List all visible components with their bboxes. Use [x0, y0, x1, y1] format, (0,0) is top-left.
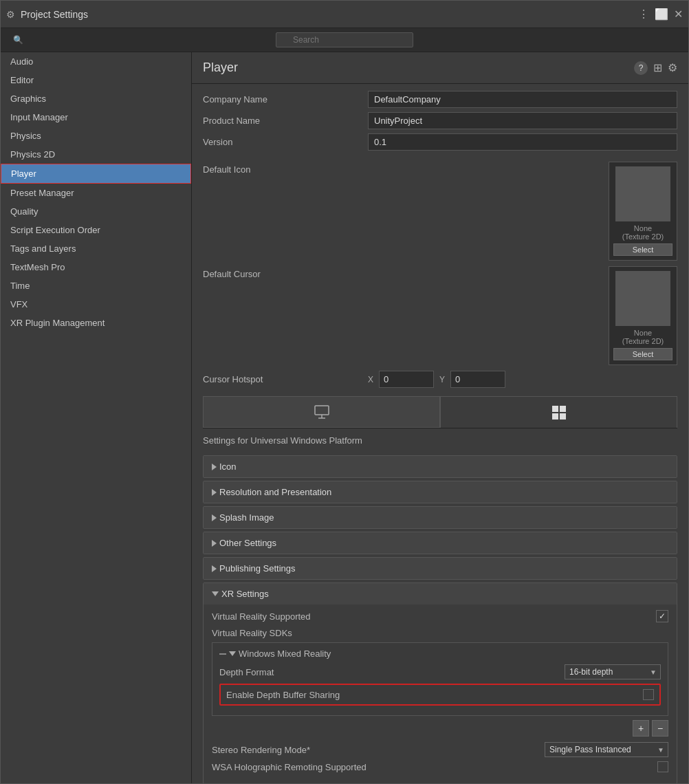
stereo-mode-select[interactable]: Single Pass Instanced Single Pass Multi … [545, 742, 668, 757]
sidebar-item-physics[interactable]: Physics [1, 127, 191, 145]
fields-section: Company Name Product Name Version [192, 84, 688, 162]
icon-select-button[interactable]: Select [613, 243, 672, 256]
depth-format-label: Depth Format [219, 667, 565, 677]
close-icon[interactable]: ✕ [674, 8, 683, 21]
window-title: Project Settings [21, 9, 638, 20]
other-settings-arrow-icon [212, 540, 217, 547]
sidebar-item-player[interactable]: Player [1, 164, 191, 184]
sidebar-item-physics-2d[interactable]: Physics 2D [1, 145, 191, 164]
vr-supported-check-icon: ✓ [659, 611, 666, 621]
wmr-header: Windows Mixed Reality [219, 649, 661, 659]
cursor-hotspot-label: Cursor Hotspot [203, 374, 368, 384]
hotspot-y-input[interactable] [450, 371, 505, 388]
stereo-mode-label: Stereo Rendering Mode* [212, 745, 545, 755]
sidebar-item-xr-plugin-management[interactable]: XR Plugin Management [1, 314, 191, 332]
project-settings-window: ⚙ Project Settings ⋮ ⬜ ✕ 🔍 Audio Editor … [0, 0, 689, 784]
other-settings-section: Other Settings [203, 532, 677, 554]
resolution-section: Resolution and Presentation [203, 481, 677, 503]
publishing-arrow-icon [212, 565, 217, 572]
icon-section-label: Icon [219, 461, 237, 472]
product-name-row: Product Name [203, 112, 677, 129]
add-remove-buttons: + − [212, 720, 668, 737]
platform-tabs [203, 396, 677, 428]
version-label: Version [203, 137, 368, 147]
splash-header[interactable]: Splash Image [204, 507, 677, 528]
sidebar-item-input-manager[interactable]: Input Manager [1, 108, 191, 127]
sidebar-item-graphics[interactable]: Graphics [1, 89, 191, 108]
wmr-section: Windows Mixed Reality Depth Format 16-bi… [212, 642, 668, 716]
other-settings-header[interactable]: Other Settings [204, 532, 677, 554]
sidebar-item-time[interactable]: Time [1, 276, 191, 295]
wsa-holographic-checkbox[interactable] [657, 761, 668, 772]
enable-depth-buffer-label: Enable Depth Buffer Sharing [226, 690, 643, 700]
other-settings-label: Other Settings [219, 538, 276, 548]
enable-depth-buffer-checkbox[interactable] [643, 689, 654, 700]
sidebar-item-vfx[interactable]: VFX [1, 295, 191, 314]
stereo-mode-row: Stereo Rendering Mode* Single Pass Insta… [212, 742, 668, 757]
sidebar-item-audio[interactable]: Audio [1, 52, 191, 71]
xr-settings-label: XR Settings [221, 589, 269, 599]
search-bar: 🔍 [1, 28, 688, 52]
sidebar-item-editor[interactable]: Editor [1, 71, 191, 89]
product-name-label: Product Name [203, 116, 368, 126]
window-controls: ⋮ ⬜ ✕ [638, 8, 683, 21]
xr-settings-header[interactable]: XR Settings [204, 583, 677, 605]
main-content: Audio Editor Graphics Input Manager Phys… [1, 52, 688, 783]
default-cursor-section: Default Cursor None(Texture 2D) Select [192, 266, 688, 365]
svg-rect-6 [560, 413, 566, 420]
splash-section: Splash Image [203, 506, 677, 529]
depth-format-dropdown-wrapper: 16-bit depth 24-bit depth None ▼ [565, 664, 661, 679]
vr-supported-label: Virtual Reality Supported [212, 611, 656, 622]
vr-sdks-label: Virtual Reality SDKs [212, 628, 668, 638]
vr-supported-checkbox[interactable]: ✓ [656, 610, 668, 622]
resolution-label: Resolution and Presentation [219, 487, 331, 497]
page-title: Player [203, 61, 634, 75]
cursor-hotspot-row: Cursor Hotspot X Y [192, 371, 688, 388]
vr-supported-row: Virtual Reality Supported ✓ [212, 610, 668, 622]
version-row: Version [203, 133, 677, 151]
xr-settings-arrow-icon [212, 591, 219, 596]
publishing-header[interactable]: Publishing Settings [204, 558, 677, 579]
y-label: Y [439, 375, 445, 384]
splash-label: Splash Image [219, 512, 274, 523]
default-icon-label: Default Icon [203, 162, 368, 175]
svg-rect-5 [552, 413, 558, 420]
help-icon[interactable]: ? [634, 61, 648, 75]
tab-standalone[interactable] [203, 396, 440, 428]
content-area: Player ? ⊞ ⚙ Company Name Product Name [192, 52, 688, 783]
default-cursor-label: Default Cursor [203, 266, 368, 279]
publishing-label: Publishing Settings [219, 563, 296, 574]
wmr-label: Windows Mixed Reality [239, 649, 331, 659]
product-name-input[interactable] [368, 112, 677, 129]
sidebar-item-preset-manager[interactable]: Preset Manager [1, 184, 191, 202]
svg-rect-3 [552, 406, 558, 412]
more-options-icon[interactable]: ⋮ [638, 8, 649, 21]
tab-uwp[interactable] [440, 396, 677, 428]
svg-rect-0 [315, 406, 329, 415]
resolution-header[interactable]: Resolution and Presentation [204, 481, 677, 503]
cursor-select-button[interactable]: Select [613, 348, 672, 360]
add-button[interactable]: + [633, 720, 649, 737]
wsa-holographic-row: WSA Holographic Remoting Supported [212, 761, 668, 772]
splash-arrow-icon [212, 514, 217, 521]
layout-icon[interactable]: ⊞ [653, 61, 662, 75]
remove-button[interactable]: − [652, 720, 668, 737]
sidebar-item-textmesh-pro[interactable]: TextMesh Pro [1, 258, 191, 276]
company-name-input[interactable] [368, 91, 677, 108]
company-name-row: Company Name [203, 91, 677, 108]
gear-icon: ⚙ [6, 9, 15, 20]
sidebar-item-quality[interactable]: Quality [1, 202, 191, 221]
icon-collapsible-header[interactable]: Icon [204, 456, 677, 477]
depth-format-select[interactable]: 16-bit depth 24-bit depth None [565, 664, 661, 679]
settings-icon[interactable]: ⚙ [668, 61, 677, 75]
default-cursor-selector: None(Texture 2D) Select [609, 266, 677, 365]
sidebar-item-tags-and-layers[interactable]: Tags and Layers [1, 239, 191, 258]
coord-group: X Y [368, 371, 505, 388]
hotspot-x-input[interactable] [379, 371, 434, 388]
sidebar-item-script-execution-order[interactable]: Script Execution Order [1, 221, 191, 239]
search-input[interactable] [276, 32, 413, 47]
icon-none-text: None(Texture 2D) [622, 224, 664, 241]
maximize-icon[interactable]: ⬜ [655, 8, 668, 21]
version-input[interactable] [368, 133, 677, 151]
wmr-dash-icon [219, 653, 226, 655]
